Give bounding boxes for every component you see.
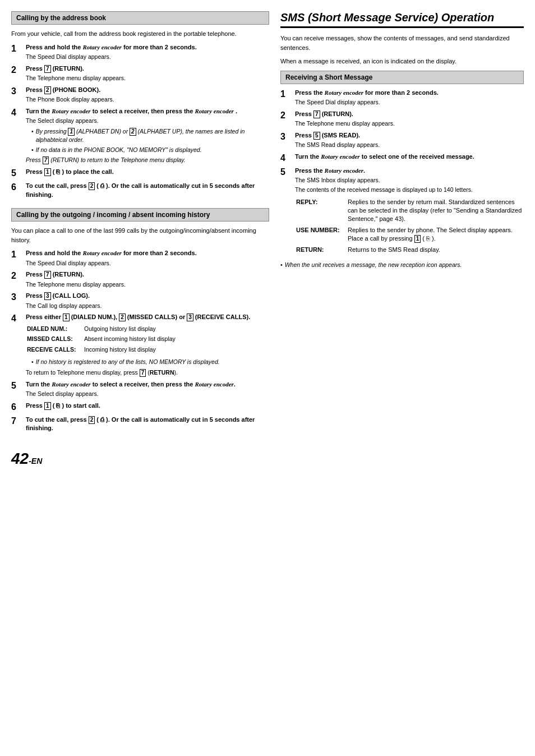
reply-label: REPLY: — [296, 197, 347, 224]
step-number: 7 — [11, 416, 24, 426]
step-number: 4 — [280, 153, 293, 163]
step-number: 1 — [11, 249, 24, 260]
return-value: Returns to the SMS Read display. — [348, 245, 523, 255]
call-history-intro: You can place a call to one of the last … — [11, 226, 269, 245]
sms-step-4: 4 Turn the Rotary encoder to select one … — [280, 153, 524, 163]
step-content: Press 2 (PHONE BOOK). The Phone Book dis… — [26, 86, 269, 104]
step-number: 6 — [11, 402, 24, 412]
sms-note: When the unit receives a message, the ne… — [280, 261, 524, 268]
sms-step-1: 1 Press the Rotary encoder for more than… — [280, 89, 524, 107]
reply-value: Replies to the sender by return mail. St… — [348, 197, 523, 224]
step-content: Press the Rotary encoder. The SMS Inbox … — [295, 167, 524, 258]
call-history-step-6: 6 Press 1 ( ⎘ ) to start call. — [11, 402, 269, 412]
step-number: 2 — [280, 110, 293, 121]
address-book-step-4: 4 Turn the Rotary encoder to select a re… — [11, 107, 269, 164]
address-book-step-1: 1 Press and hold the Rotary encoder for … — [11, 43, 269, 61]
call-history-step-4: 4 Press either 1 (DIALED NUM.), 2 (MISSE… — [11, 313, 269, 376]
page-suffix: -EN — [29, 457, 42, 465]
sms-intro-2: When a message is received, an icon is i… — [280, 57, 524, 66]
address-book-intro: From your vehicle, call from the address… — [11, 29, 269, 39]
address-book-header: Calling by the address book — [11, 11, 269, 25]
step-number: 2 — [11, 64, 24, 75]
page-number: 42-EN — [11, 450, 269, 468]
call-history-step-1: 1 Press and hold the Rotary encoder for … — [11, 249, 269, 267]
step-number: 3 — [11, 86, 24, 96]
address-book-step-5: 5 Press 1 ( ⎘ ) to place the call. — [11, 168, 269, 178]
call-history-step-7: 7 To cut the call, press 2 ( ⎙ ). Or the… — [11, 416, 269, 433]
step-content: Press 5 (SMS READ). The SMS Read display… — [295, 131, 524, 149]
use-number-label: USE NUMBER: — [296, 225, 347, 244]
step-content: Press and hold the Rotary encoder for mo… — [26, 43, 269, 61]
step-content: Turn the Rotary encoder to select one of… — [295, 153, 524, 161]
address-book-step-2: 2 Press 7 (RETURN). The Telephone menu d… — [11, 64, 269, 82]
right-column: SMS (Short Message Service) Operation Yo… — [280, 11, 524, 468]
step-number: 6 — [11, 182, 24, 192]
step-content: Press 7 (RETURN). The Telephone menu dis… — [26, 270, 269, 288]
sms-step-3: 3 Press 5 (SMS READ). The SMS Read displ… — [280, 131, 524, 149]
call-history-step-2: 2 Press 7 (RETURN). The Telephone menu d… — [11, 270, 269, 288]
step-number: 3 — [11, 292, 24, 302]
call-history-step-3: 3 Press 3 (CALL LOG). The Call log displ… — [11, 292, 269, 310]
step-content: Press 7 (RETURN). The Telephone menu dis… — [26, 64, 269, 82]
step-content: Press 1 ( ⎘ ) to place the call. — [26, 168, 269, 176]
step-number: 3 — [280, 131, 293, 142]
call-history-header: Calling by the outgoing / incoming / abs… — [11, 208, 269, 222]
step-number: 4 — [11, 313, 24, 324]
step-number: 2 — [11, 270, 24, 281]
sms-step-2: 2 Press 7 (RETURN). The Telephone menu d… — [280, 110, 524, 128]
page-title: SMS (Short Message Service) Operation — [280, 11, 524, 28]
call-history-step-5: 5 Turn the Rotary encoder to select a re… — [11, 380, 269, 398]
page-layout: Calling by the address book From your ve… — [11, 11, 524, 468]
step-content: Press 7 (RETURN). The Telephone menu dis… — [295, 110, 524, 128]
step-number: 5 — [11, 168, 24, 178]
step-content: Press either 1 (DIALED NUM.), 2 (MISSED … — [26, 313, 269, 376]
left-column: Calling by the address book From your ve… — [11, 11, 269, 468]
step-number: 5 — [280, 167, 293, 177]
receiving-header: Receiving a Short Message — [280, 71, 524, 84]
step-content: Press 1 ( ⎘ ) to start call. — [26, 402, 269, 410]
step-content: Press the Rotary encoder for more than 2… — [295, 89, 524, 107]
step-number: 5 — [11, 380, 24, 391]
step-number: 4 — [11, 107, 24, 118]
step-content: To cut the call, press 2 ( ⎙ ). Or the c… — [26, 416, 269, 433]
step-content: Press and hold the Rotary encoder for mo… — [26, 249, 269, 267]
address-book-step-6: 6 To cut the call, press 2 ( ⎙ ). Or the… — [11, 182, 269, 199]
step-number: 1 — [280, 89, 293, 99]
use-number-value: Replies to the sender by phone. The Sele… — [348, 225, 523, 244]
address-book-step-3: 3 Press 2 (PHONE BOOK). The Phone Book d… — [11, 86, 269, 104]
step-content: Turn the Rotary encoder to select a rece… — [26, 107, 269, 164]
step-content: Press 3 (CALL LOG). The Call log display… — [26, 292, 269, 310]
return-label: RETURN: — [296, 245, 347, 255]
step-content: Turn the Rotary encoder to select a rece… — [26, 380, 269, 398]
sms-intro-1: You can receive messages, show the conte… — [280, 34, 524, 52]
step-number: 1 — [11, 43, 24, 54]
sms-step-5: 5 Press the Rotary encoder. The SMS Inbo… — [280, 167, 524, 258]
step-content: To cut the call, press 2 ( ⎙ ). Or the c… — [26, 182, 269, 199]
